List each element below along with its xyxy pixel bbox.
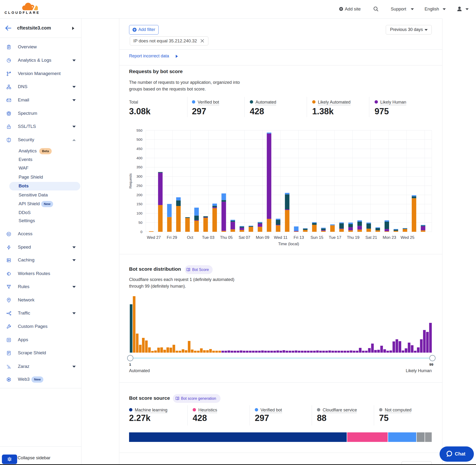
svg-text:Mon 09: Mon 09 bbox=[256, 235, 269, 240]
svg-text:Time (local): Time (local) bbox=[278, 242, 299, 246]
svg-text:Tue 03: Tue 03 bbox=[202, 235, 214, 240]
svg-text:Wed 27: Wed 27 bbox=[147, 235, 161, 240]
svg-text:Fri 13: Fri 13 bbox=[294, 235, 304, 240]
svg-text:Sat 07: Sat 07 bbox=[239, 235, 250, 240]
svg-text:200: 200 bbox=[137, 193, 142, 197]
svg-text:Thu 19: Thu 19 bbox=[347, 235, 360, 240]
svg-text:550: 550 bbox=[137, 128, 142, 132]
svg-text:450: 450 bbox=[137, 147, 142, 151]
svg-text:Fri 29: Fri 29 bbox=[167, 235, 177, 240]
svg-text:400: 400 bbox=[137, 156, 142, 160]
svg-text:Wed 11: Wed 11 bbox=[274, 235, 287, 240]
svg-text:250: 250 bbox=[137, 184, 142, 188]
svg-text:100: 100 bbox=[137, 211, 142, 215]
svg-text:150: 150 bbox=[137, 202, 142, 206]
svg-text:Thu 05: Thu 05 bbox=[220, 235, 233, 240]
svg-text:Sat 21: Sat 21 bbox=[366, 235, 377, 240]
svg-text:350: 350 bbox=[137, 165, 142, 169]
svg-text:Tue 17: Tue 17 bbox=[329, 235, 341, 240]
svg-text:Sun 15: Sun 15 bbox=[310, 235, 323, 240]
svg-text:0: 0 bbox=[140, 230, 142, 234]
svg-text:Mon 23: Mon 23 bbox=[383, 235, 396, 240]
svg-text:Oct: Oct bbox=[187, 235, 193, 240]
svg-text:500: 500 bbox=[137, 137, 142, 141]
svg-text:Requests: Requests bbox=[128, 173, 132, 188]
svg-text:300: 300 bbox=[137, 174, 142, 178]
svg-text:Wed 25: Wed 25 bbox=[401, 235, 414, 240]
svg-text:50: 50 bbox=[138, 221, 142, 224]
